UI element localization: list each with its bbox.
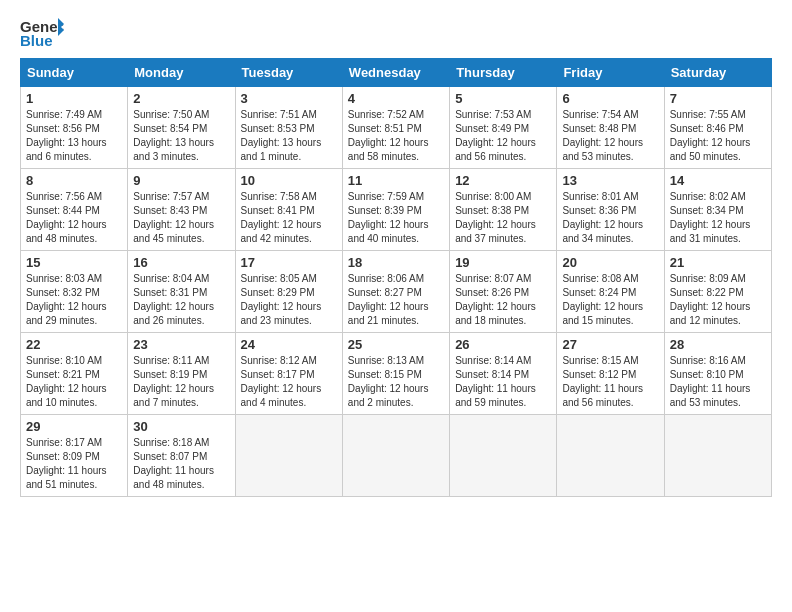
day-number: 7	[670, 91, 766, 106]
day-number: 4	[348, 91, 444, 106]
day-info: Sunrise: 8:12 AMSunset: 8:17 PMDaylight:…	[241, 354, 337, 410]
column-header-friday: Friday	[557, 59, 664, 87]
day-number: 3	[241, 91, 337, 106]
day-info: Sunrise: 8:09 AMSunset: 8:22 PMDaylight:…	[670, 272, 766, 328]
calendar-cell: 2Sunrise: 7:50 AMSunset: 8:54 PMDaylight…	[128, 87, 235, 169]
day-info: Sunrise: 7:56 AMSunset: 8:44 PMDaylight:…	[26, 190, 122, 246]
calendar-cell	[450, 415, 557, 497]
day-info: Sunrise: 8:15 AMSunset: 8:12 PMDaylight:…	[562, 354, 658, 410]
calendar-cell: 27Sunrise: 8:15 AMSunset: 8:12 PMDayligh…	[557, 333, 664, 415]
calendar-cell: 4Sunrise: 7:52 AMSunset: 8:51 PMDaylight…	[342, 87, 449, 169]
day-number: 25	[348, 337, 444, 352]
calendar-cell: 25Sunrise: 8:13 AMSunset: 8:15 PMDayligh…	[342, 333, 449, 415]
header: General Blue	[20, 16, 772, 48]
day-info: Sunrise: 7:51 AMSunset: 8:53 PMDaylight:…	[241, 108, 337, 164]
day-info: Sunrise: 8:03 AMSunset: 8:32 PMDaylight:…	[26, 272, 122, 328]
day-info: Sunrise: 8:10 AMSunset: 8:21 PMDaylight:…	[26, 354, 122, 410]
calendar-cell: 13Sunrise: 8:01 AMSunset: 8:36 PMDayligh…	[557, 169, 664, 251]
day-info: Sunrise: 7:54 AMSunset: 8:48 PMDaylight:…	[562, 108, 658, 164]
calendar-cell: 30Sunrise: 8:18 AMSunset: 8:07 PMDayligh…	[128, 415, 235, 497]
column-header-saturday: Saturday	[664, 59, 771, 87]
calendar-week-row: 29Sunrise: 8:17 AMSunset: 8:09 PMDayligh…	[21, 415, 772, 497]
calendar-header-row: SundayMondayTuesdayWednesdayThursdayFrid…	[21, 59, 772, 87]
day-info: Sunrise: 8:16 AMSunset: 8:10 PMDaylight:…	[670, 354, 766, 410]
day-info: Sunrise: 8:14 AMSunset: 8:14 PMDaylight:…	[455, 354, 551, 410]
day-number: 9	[133, 173, 229, 188]
calendar-cell	[664, 415, 771, 497]
calendar-cell: 6Sunrise: 7:54 AMSunset: 8:48 PMDaylight…	[557, 87, 664, 169]
calendar-cell: 28Sunrise: 8:16 AMSunset: 8:10 PMDayligh…	[664, 333, 771, 415]
day-info: Sunrise: 8:17 AMSunset: 8:09 PMDaylight:…	[26, 436, 122, 492]
day-number: 28	[670, 337, 766, 352]
calendar-cell: 1Sunrise: 7:49 AMSunset: 8:56 PMDaylight…	[21, 87, 128, 169]
column-header-wednesday: Wednesday	[342, 59, 449, 87]
calendar-cell: 12Sunrise: 8:00 AMSunset: 8:38 PMDayligh…	[450, 169, 557, 251]
day-info: Sunrise: 7:58 AMSunset: 8:41 PMDaylight:…	[241, 190, 337, 246]
calendar-cell: 21Sunrise: 8:09 AMSunset: 8:22 PMDayligh…	[664, 251, 771, 333]
day-number: 10	[241, 173, 337, 188]
day-info: Sunrise: 8:07 AMSunset: 8:26 PMDaylight:…	[455, 272, 551, 328]
calendar-cell: 22Sunrise: 8:10 AMSunset: 8:21 PMDayligh…	[21, 333, 128, 415]
day-number: 11	[348, 173, 444, 188]
day-info: Sunrise: 8:11 AMSunset: 8:19 PMDaylight:…	[133, 354, 229, 410]
column-header-thursday: Thursday	[450, 59, 557, 87]
day-number: 5	[455, 91, 551, 106]
day-number: 17	[241, 255, 337, 270]
day-number: 6	[562, 91, 658, 106]
day-number: 26	[455, 337, 551, 352]
day-number: 15	[26, 255, 122, 270]
calendar-week-row: 1Sunrise: 7:49 AMSunset: 8:56 PMDaylight…	[21, 87, 772, 169]
calendar-week-row: 22Sunrise: 8:10 AMSunset: 8:21 PMDayligh…	[21, 333, 772, 415]
calendar-cell: 20Sunrise: 8:08 AMSunset: 8:24 PMDayligh…	[557, 251, 664, 333]
day-info: Sunrise: 8:18 AMSunset: 8:07 PMDaylight:…	[133, 436, 229, 492]
calendar-week-row: 15Sunrise: 8:03 AMSunset: 8:32 PMDayligh…	[21, 251, 772, 333]
day-number: 22	[26, 337, 122, 352]
day-info: Sunrise: 8:01 AMSunset: 8:36 PMDaylight:…	[562, 190, 658, 246]
day-number: 27	[562, 337, 658, 352]
calendar-cell: 19Sunrise: 8:07 AMSunset: 8:26 PMDayligh…	[450, 251, 557, 333]
logo: General Blue	[20, 16, 64, 48]
calendar-cell: 7Sunrise: 7:55 AMSunset: 8:46 PMDaylight…	[664, 87, 771, 169]
calendar-cell: 16Sunrise: 8:04 AMSunset: 8:31 PMDayligh…	[128, 251, 235, 333]
column-header-tuesday: Tuesday	[235, 59, 342, 87]
day-number: 18	[348, 255, 444, 270]
calendar-cell: 10Sunrise: 7:58 AMSunset: 8:41 PMDayligh…	[235, 169, 342, 251]
calendar-cell: 8Sunrise: 7:56 AMSunset: 8:44 PMDaylight…	[21, 169, 128, 251]
calendar-cell: 9Sunrise: 7:57 AMSunset: 8:43 PMDaylight…	[128, 169, 235, 251]
day-info: Sunrise: 7:49 AMSunset: 8:56 PMDaylight:…	[26, 108, 122, 164]
day-info: Sunrise: 8:06 AMSunset: 8:27 PMDaylight:…	[348, 272, 444, 328]
calendar-table: SundayMondayTuesdayWednesdayThursdayFrid…	[20, 58, 772, 497]
day-info: Sunrise: 7:50 AMSunset: 8:54 PMDaylight:…	[133, 108, 229, 164]
day-number: 29	[26, 419, 122, 434]
svg-text:Blue: Blue	[20, 32, 53, 48]
calendar-cell: 5Sunrise: 7:53 AMSunset: 8:49 PMDaylight…	[450, 87, 557, 169]
calendar-week-row: 8Sunrise: 7:56 AMSunset: 8:44 PMDaylight…	[21, 169, 772, 251]
day-number: 24	[241, 337, 337, 352]
column-header-sunday: Sunday	[21, 59, 128, 87]
calendar-cell	[235, 415, 342, 497]
day-info: Sunrise: 7:57 AMSunset: 8:43 PMDaylight:…	[133, 190, 229, 246]
day-info: Sunrise: 7:52 AMSunset: 8:51 PMDaylight:…	[348, 108, 444, 164]
day-info: Sunrise: 7:55 AMSunset: 8:46 PMDaylight:…	[670, 108, 766, 164]
day-info: Sunrise: 8:13 AMSunset: 8:15 PMDaylight:…	[348, 354, 444, 410]
calendar-cell: 26Sunrise: 8:14 AMSunset: 8:14 PMDayligh…	[450, 333, 557, 415]
day-number: 16	[133, 255, 229, 270]
day-number: 1	[26, 91, 122, 106]
day-info: Sunrise: 7:59 AMSunset: 8:39 PMDaylight:…	[348, 190, 444, 246]
calendar-cell: 29Sunrise: 8:17 AMSunset: 8:09 PMDayligh…	[21, 415, 128, 497]
day-number: 2	[133, 91, 229, 106]
day-number: 30	[133, 419, 229, 434]
calendar-cell	[557, 415, 664, 497]
page: General Blue SundayMondayTuesdayWednesda…	[0, 0, 792, 612]
column-header-monday: Monday	[128, 59, 235, 87]
day-info: Sunrise: 8:08 AMSunset: 8:24 PMDaylight:…	[562, 272, 658, 328]
day-number: 12	[455, 173, 551, 188]
logo-icon: General Blue	[20, 16, 64, 48]
day-number: 20	[562, 255, 658, 270]
calendar-cell: 14Sunrise: 8:02 AMSunset: 8:34 PMDayligh…	[664, 169, 771, 251]
calendar-cell: 3Sunrise: 7:51 AMSunset: 8:53 PMDaylight…	[235, 87, 342, 169]
day-number: 23	[133, 337, 229, 352]
day-info: Sunrise: 8:00 AMSunset: 8:38 PMDaylight:…	[455, 190, 551, 246]
calendar-cell	[342, 415, 449, 497]
day-info: Sunrise: 7:53 AMSunset: 8:49 PMDaylight:…	[455, 108, 551, 164]
